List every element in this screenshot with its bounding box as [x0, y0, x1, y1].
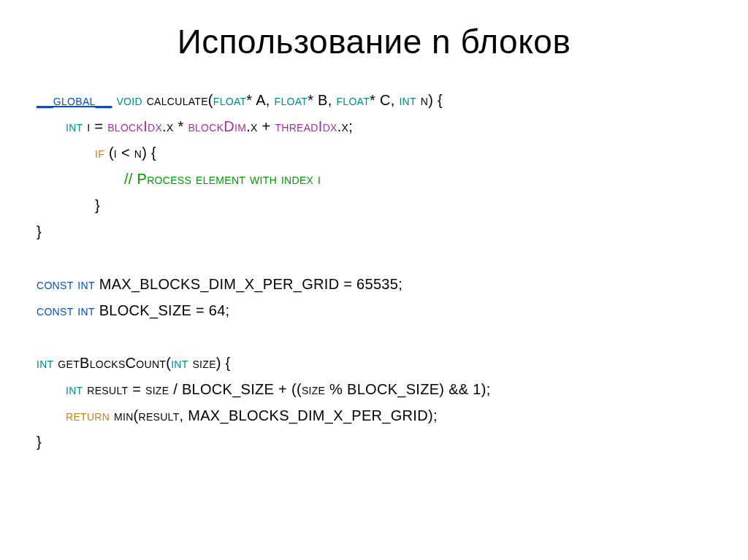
keyword-if: if	[95, 145, 104, 161]
brace: }	[37, 434, 42, 450]
code-text: getBlocksCount(	[53, 355, 171, 371]
code-line: return min(result, MAX_BLOCKS_DIM_X_PER_…	[37, 402, 711, 429]
type-int: int	[171, 355, 188, 371]
code-text: .x;	[337, 118, 353, 134]
blank-line	[37, 323, 711, 350]
code-line: __global__ void calculate(float* A, floa…	[37, 87, 711, 113]
code-line: if (i < n) {	[37, 139, 711, 166]
builtin-blockidx: blockIdx	[107, 118, 162, 134]
type-int: int	[37, 355, 53, 371]
code-text: i =	[83, 118, 107, 134]
code-text: * C,	[370, 92, 399, 108]
code-line: }	[37, 218, 711, 245]
keyword-const-int: const int	[37, 302, 95, 318]
type-float: float	[336, 92, 370, 108]
type-float: float	[275, 92, 308, 108]
code-content: __global__ void calculate(float* A, floa…	[37, 87, 711, 455]
keyword-void: void	[112, 92, 142, 108]
builtin-threadidx: threadIdx	[275, 118, 337, 134]
code-text: MAX_BLOCKS_DIM_X_PER_GRID = 65535;	[95, 276, 402, 292]
brace: }	[37, 223, 42, 239]
code-text: calculate(	[142, 92, 213, 108]
type-float: float	[213, 92, 247, 108]
type-int: int	[66, 118, 83, 134]
code-text: n) {	[416, 92, 443, 108]
code-line: int getBlocksCount(int size) {	[37, 350, 711, 376]
code-text: .x *	[162, 118, 188, 134]
code-text: (i < n) {	[104, 145, 156, 161]
code-text: min(result, MAX_BLOCKS_DIM_X_PER_GRID);	[110, 407, 438, 423]
brace: }	[95, 197, 100, 213]
code-text: result = size / BLOCK_SIZE + ((size % BL…	[83, 381, 490, 397]
code-text: size) {	[188, 355, 231, 371]
comment: // Process element with index i	[124, 171, 321, 187]
code-line: int i = blockIdx.x * blockDim.x + thread…	[37, 113, 711, 139]
keyword-return: return	[66, 407, 110, 423]
code-line: // Process element with index i	[37, 166, 711, 192]
type-int: int	[399, 92, 416, 108]
type-int: int	[66, 381, 83, 397]
keyword-const-int: const int	[37, 276, 95, 292]
code-text: * B,	[308, 92, 336, 108]
builtin-blockdim: blockDim	[188, 118, 246, 134]
code-line: int result = size / BLOCK_SIZE + ((size …	[37, 376, 711, 402]
code-text: * A,	[246, 92, 274, 108]
code-text: BLOCK_SIZE = 64;	[95, 302, 230, 318]
code-text: .x +	[246, 118, 275, 134]
code-line: }	[37, 192, 711, 218]
keyword-global: __global__	[37, 92, 112, 108]
code-line: const int MAX_BLOCKS_DIM_X_PER_GRID = 65…	[37, 271, 711, 297]
slide-title: Использование n блоков	[37, 22, 711, 61]
code-line: }	[37, 429, 711, 455]
code-line: const int BLOCK_SIZE = 64;	[37, 297, 711, 323]
blank-line	[37, 245, 711, 271]
